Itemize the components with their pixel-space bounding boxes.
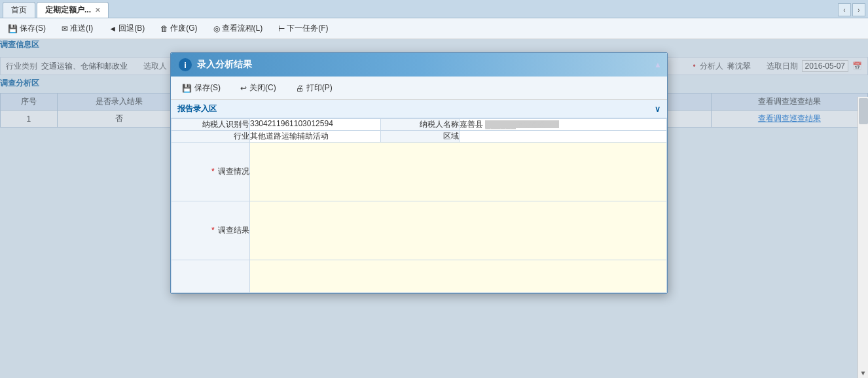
taxid-label: 纳税人识别号 xyxy=(172,119,250,131)
delete-icon: 🗑 xyxy=(160,24,168,33)
modal-title: 录入分析结果 xyxy=(197,59,252,71)
report-section-label: 报告录入区 xyxy=(177,103,217,114)
toolbar: 💾 保存(S) ✉ 准送(I) ◄ 回退(B) 🗑 作废(G) ◎ 查看流程(L… xyxy=(0,18,868,39)
modal-close-label: 关闭(C) xyxy=(249,82,276,94)
modal-close-button[interactable]: ↩ 关闭(C) xyxy=(236,80,281,95)
survey-status-input-cell xyxy=(250,143,667,201)
report-section-title: 报告录入区 ∨ xyxy=(171,100,667,118)
save-label: 保存(S) xyxy=(20,23,46,34)
modal-save-label: 保存(S) xyxy=(194,82,221,94)
region-label: 区域 xyxy=(381,131,460,143)
extra-label xyxy=(172,260,250,293)
modal-print-button[interactable]: 🖨 打印(P) xyxy=(291,80,337,95)
industry-form-value: 其他道路运输辅助活动 xyxy=(250,131,381,143)
tab-bar: 首页 定期定额户... ✕ ‹ › xyxy=(0,0,868,18)
form-row-industry: 行业 其他道路运输辅助活动 区域 xyxy=(172,131,667,143)
tab-nav: ‹ › xyxy=(838,3,865,16)
form-row-taxid: 纳税人识别号 3304211961103012594 纳税人名称 嘉善县 ███… xyxy=(172,119,667,131)
approve-icon: ✉ xyxy=(62,24,68,33)
tab-nav-prev[interactable]: ‹ xyxy=(838,3,851,16)
form-row-extra xyxy=(172,260,667,293)
survey-result-input-cell xyxy=(250,201,667,260)
flow-icon: ◎ xyxy=(213,24,220,33)
save-button[interactable]: 💾 保存(S) xyxy=(5,22,48,35)
tab-nav-next[interactable]: › xyxy=(852,3,865,16)
approve-button[interactable]: ✉ 准送(I) xyxy=(59,22,96,35)
taxname-label: 纳税人名称 xyxy=(381,119,460,131)
modal-save-icon: 💾 xyxy=(182,84,192,93)
scrollbar-thumb[interactable] xyxy=(859,98,868,124)
form-row-survey-result: * 调查结果 xyxy=(172,201,667,260)
next-icon: ⊢ xyxy=(278,24,285,33)
industry-form-label: 行业 xyxy=(172,131,250,143)
modal-dialog: i 录入分析结果 ▲ 💾 保存(S) ↩ 关闭(C) 🖨 打印(P) xyxy=(170,52,668,294)
main-area: 调查信息区 行业类别 交通运输、仓储和邮政业 选取人 蒋沈翠 • 分析人 蒋沈翠… xyxy=(0,39,868,378)
survey-result-required: * xyxy=(211,226,215,235)
modal-print-icon: 🖨 xyxy=(296,84,304,93)
flow-button[interactable]: ◎ 查看流程(L) xyxy=(211,22,266,35)
survey-result-label: * 调查结果 xyxy=(172,201,250,260)
survey-result-textarea[interactable] xyxy=(250,201,666,257)
form-row-survey-status: * 调查情况 xyxy=(172,143,667,201)
survey-status-required: * xyxy=(211,167,215,176)
back-label: 回退(B) xyxy=(118,23,145,34)
taxname-blurred: ██████运输有限公司 xyxy=(485,120,559,128)
modal-scroll-icon[interactable]: ▲ xyxy=(654,60,662,69)
modal-body: 报告录入区 ∨ 纳税人识别号 3304211961103012594 纳税人名称… xyxy=(171,100,667,293)
tab-periodic[interactable]: 定期定额户... ✕ xyxy=(37,2,109,18)
save-icon: 💾 xyxy=(8,24,18,33)
tab-periodic-label: 定期定额户... xyxy=(45,5,91,16)
delete-button[interactable]: 🗑 作废(G) xyxy=(158,22,200,35)
flow-label: 查看流程(L) xyxy=(222,23,263,34)
modal-overlay: i 录入分析结果 ▲ 💾 保存(S) ↩ 关闭(C) 🖨 打印(P) xyxy=(0,39,868,378)
survey-status-label: * 调查情况 xyxy=(172,143,250,201)
next-task-button[interactable]: ⊢ 下一任务(F) xyxy=(276,22,331,35)
extra-input-cell xyxy=(250,260,667,293)
delete-label: 作废(G) xyxy=(170,23,197,34)
approve-label: 准送(I) xyxy=(70,23,93,34)
taxname-value: 嘉善县 ██████运输有限公司 xyxy=(460,119,667,131)
modal-scrollbar[interactable]: ▼ xyxy=(858,97,868,378)
form-table: 纳税人识别号 3304211961103012594 纳税人名称 嘉善县 ███… xyxy=(171,118,667,293)
survey-status-textarea[interactable] xyxy=(250,143,666,198)
modal-header: i 录入分析结果 ▲ xyxy=(171,53,667,77)
tab-home[interactable]: 首页 xyxy=(3,2,35,18)
modal-print-label: 打印(P) xyxy=(306,82,333,94)
tab-home-label: 首页 xyxy=(11,5,27,16)
toggle-icon[interactable]: ∨ xyxy=(655,105,660,114)
region-value xyxy=(460,131,667,143)
back-button[interactable]: ◄ 回退(B) xyxy=(106,22,147,35)
tab-close-icon[interactable]: ✕ xyxy=(95,7,100,14)
modal-save-button[interactable]: 💾 保存(S) xyxy=(177,80,225,95)
modal-toolbar: 💾 保存(S) ↩ 关闭(C) 🖨 打印(P) xyxy=(171,77,667,100)
modal-close-icon: ↩ xyxy=(240,84,247,93)
taxid-value: 3304211961103012594 xyxy=(250,119,381,131)
scroll-down-icon[interactable]: ▼ xyxy=(858,368,868,378)
next-label: 下一任务(F) xyxy=(287,23,328,34)
back-icon: ◄ xyxy=(109,24,117,33)
info-icon: i xyxy=(179,58,192,71)
